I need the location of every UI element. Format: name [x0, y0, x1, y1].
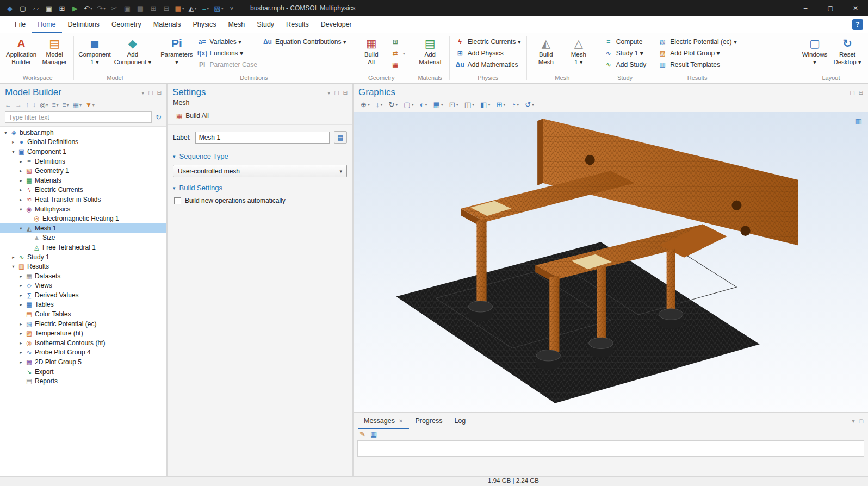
duplicate-icon[interactable]: ⊞: [147, 2, 160, 15]
float-panel-icon[interactable]: ▢: [859, 418, 864, 424]
tree-multiphysics[interactable]: ▾ ◉ Multiphysics: [0, 204, 166, 214]
tree-2d-plot-group-5[interactable]: ▸ ▩ 2D Plot Group 5: [0, 357, 166, 367]
save-icon[interactable]: ▣: [42, 2, 55, 15]
sequence-type-section-header[interactable]: ▾ Sequence Type: [173, 152, 347, 165]
sequence-type-select[interactable]: User-controlled mesh: [173, 165, 347, 177]
show-hide-icon[interactable]: ◎: [40, 101, 48, 109]
forward-icon[interactable]: →: [15, 101, 22, 109]
functions-button[interactable]: f(x) Functions ▾: [195, 48, 260, 59]
tab-developer[interactable]: Developer: [315, 16, 358, 33]
clip-plane-icon[interactable]: ◧: [478, 99, 492, 110]
tree-materials[interactable]: ▸ ▦ Materials: [0, 176, 166, 185]
tree-views[interactable]: ▸ ◇ Views: [0, 281, 166, 291]
copy-table-icon[interactable]: ▦: [370, 430, 377, 438]
mesh-1-button[interactable]: △ Mesh 1 ▾: [562, 34, 595, 67]
plot-while-solving-icon[interactable]: ▥: [855, 117, 862, 125]
tree-datasets[interactable]: ▸ ▦ Datasets: [0, 271, 166, 281]
tree-chevron-icon[interactable]: ▸: [17, 292, 24, 298]
add-material-button[interactable]: ▤ Add Material: [414, 34, 447, 67]
add-mathematics-button[interactable]: Δu Add Mathematics: [452, 59, 524, 70]
tab-messages[interactable]: Messages: [358, 413, 409, 429]
tree-chevron-icon[interactable]: ▸: [17, 273, 24, 279]
add-plot-group-button[interactable]: ▨ Add Plot Group ▾: [655, 48, 740, 59]
tree-electric-currents[interactable]: ▸ ϟ Electric Currents: [0, 185, 166, 195]
rename-button[interactable]: ▤: [334, 131, 347, 144]
tree-reports[interactable]: ▤ Reports: [0, 376, 166, 386]
parameters-button[interactable]: Pi Parameters ▾: [159, 34, 194, 67]
build-all-icon[interactable]: ▦: [173, 2, 186, 15]
float-panel-icon[interactable]: ▢: [334, 90, 339, 96]
model-manager-search-icon[interactable]: ⊞: [55, 2, 69, 15]
tree-study-1[interactable]: ▸ ∿ Study 1: [0, 252, 166, 262]
collapse-tree-icon[interactable]: ≡: [52, 101, 59, 109]
dock-panel-icon[interactable]: ⊟: [157, 90, 162, 96]
close-button[interactable]: ✕: [843, 0, 868, 16]
tree-chevron-icon[interactable]: ▾: [17, 226, 24, 231]
electric-currents-button[interactable]: ϟ Electric Currents ▾: [452, 36, 524, 47]
study-1-button[interactable]: ∿ Study 1 ▾: [601, 48, 649, 59]
environment-icon[interactable]: ◔: [509, 99, 521, 110]
tree-electric-potential-ec[interactable]: ▸ ▧ Electric Potential (ec): [0, 319, 166, 329]
move-up-icon[interactable]: ↑: [26, 101, 29, 109]
graphics-canvas[interactable]: ▥: [354, 112, 868, 412]
application-builder-button[interactable]: A Application Builder: [4, 34, 38, 67]
maximize-button[interactable]: ▢: [818, 0, 843, 16]
float-panel-icon[interactable]: ▢: [148, 90, 153, 96]
tree-free-tetrahedral-1[interactable]: ◬ Free Tetrahedral 1: [0, 242, 166, 252]
remove-details-icon[interactable]: ▦: [388, 59, 408, 70]
filter-input[interactable]: [5, 111, 152, 123]
redo-icon[interactable]: ↷: [95, 2, 108, 15]
dock-panel-icon[interactable]: ⊟: [859, 90, 863, 96]
build-all-button[interactable]: ▦ Build All: [173, 111, 212, 121]
tree-chevron-icon[interactable]: ▸: [17, 187, 24, 192]
tree-chevron-icon[interactable]: ▸: [17, 302, 24, 307]
rebuild-geometry-icon[interactable]: ⇄: [388, 48, 408, 59]
build-settings-section-header[interactable]: ▾ Build Settings: [173, 184, 347, 196]
equation-contributions-button[interactable]: Δu Equation Contributions ▾: [260, 36, 349, 47]
new-file-icon[interactable]: ▢: [16, 2, 29, 15]
grid-icon[interactable]: ⊞: [494, 99, 507, 110]
paste-icon[interactable]: ▤: [134, 2, 147, 15]
view-icon[interactable]: ▢: [401, 99, 416, 110]
tree-chevron-icon[interactable]: ▸: [17, 168, 24, 173]
tree-chevron-icon[interactable]: ▸: [17, 331, 24, 336]
transparency-icon[interactable]: ◫: [462, 99, 476, 110]
label-input[interactable]: [195, 132, 330, 144]
delete-icon[interactable]: ⊟: [160, 2, 173, 15]
panel-menu-icon[interactable]: ▾: [141, 90, 144, 96]
clear-messages-icon[interactable]: ✎: [359, 430, 365, 438]
go-to-default-view-icon[interactable]: ↓: [374, 99, 385, 110]
tab-geometry[interactable]: Geometry: [106, 16, 147, 33]
zoom-icon[interactable]: ⊕: [358, 99, 372, 110]
tree-global-definitions[interactable]: ▸ ● Global Definitions: [0, 138, 166, 147]
tree-chevron-icon[interactable]: ▾: [10, 149, 17, 154]
tree-chevron-icon[interactable]: ▸: [17, 359, 24, 365]
plot-icon[interactable]: ▧: [212, 2, 225, 15]
tree-mesh-1[interactable]: ▾ ◭ Mesh 1: [0, 223, 166, 233]
expand-tree-icon[interactable]: ≡: [63, 101, 69, 109]
material-rendering-icon[interactable]: ▦: [431, 99, 445, 110]
tree-chevron-icon[interactable]: ▸: [17, 178, 24, 183]
tree-definitions[interactable]: ▸ ≡ Definitions: [0, 157, 166, 166]
result-templates-button[interactable]: ▥ Result Templates: [655, 59, 740, 70]
panel-menu-icon[interactable]: ▾: [327, 90, 330, 96]
tree-heat-transfer-in-solids[interactable]: ▸ ≋ Heat Transfer in Solids: [0, 195, 166, 204]
variables-button[interactable]: a= Variables ▾: [195, 36, 260, 47]
tree-export[interactable]: ↘ Export: [0, 367, 166, 377]
build-all-button[interactable]: ▦ Build All: [355, 34, 388, 67]
build-mesh-button[interactable]: ◭ Build Mesh: [530, 34, 562, 67]
add-component-button[interactable]: ◆ Add Component ▾: [113, 34, 153, 67]
tree-chevron-icon[interactable]: ▸: [10, 139, 17, 145]
tree-busbar-mph[interactable]: ▾ ◈ busbar.mph: [0, 128, 166, 138]
minimize-button[interactable]: –: [793, 0, 818, 16]
customize-toolbar-icon[interactable]: ˅: [225, 2, 238, 15]
tab-results[interactable]: Results: [280, 16, 315, 33]
tree-chevron-icon[interactable]: ▸: [17, 159, 24, 164]
parameter-case-button[interactable]: Pi Parameter Case: [195, 59, 260, 70]
tree-probe-plot-group-4[interactable]: ▸ ∿ Probe Plot Group 4: [0, 348, 166, 358]
refresh-icon[interactable]: ↻: [156, 113, 162, 121]
tree-component-1[interactable]: ▾ ▣ Component 1: [0, 147, 166, 157]
tab-log[interactable]: Log: [448, 413, 472, 429]
open-file-icon[interactable]: ▱: [29, 2, 42, 15]
tree-chevron-icon[interactable]: ▸: [17, 283, 24, 288]
